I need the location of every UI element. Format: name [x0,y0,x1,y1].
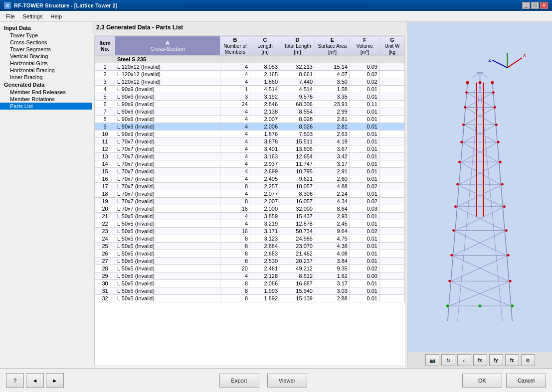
table-row[interactable]: 17 L 70x7 (Invalid) 8 2.257 18.057 4.88 … [95,183,405,190]
table-row[interactable]: 22 L 50x5 (Invalid) 4 3.219 12.878 2.45 … [95,220,405,228]
table-row[interactable]: 10 L 90x9 (Invalid) 4 1.876 7.503 2.63 0… [95,131,405,138]
fy-button[interactable]: fy [489,354,503,366]
table-row[interactable]: 26 L 50x5 (Invalid) 8 2.683 21.462 4.08 … [95,250,405,258]
table-row[interactable]: 30 L 50x5 (Invalid) 8 2.086 16.687 3.17 … [95,280,405,287]
cell-length: 2.530 [250,258,280,265]
table-row[interactable]: 23 L 50x5 (Invalid) 16 3.171 50.734 9.64… [95,228,405,235]
table-row[interactable]: 21 L 50x5 (Invalid) 4 3.859 15.437 2.93 … [95,213,405,220]
sidebar-item-vertical-bracing[interactable]: Vertical Bracing [0,53,92,60]
cell-cross-section: L 90x9 (Invalid) [115,123,220,131]
sidebar-item-inner-bracing[interactable]: Inner Bracing [0,74,92,81]
cell-length: 2.086 [250,280,280,287]
table-row[interactable]: 18 L 70x7 (Invalid) 4 2.077 8.306 2.24 0… [95,190,405,198]
table-row[interactable]: 5 L 90x9 (Invalid) 3 3.192 9.576 3.35 0.… [95,93,405,101]
table-row[interactable]: 12 L 70x7 (Invalid) 4 3.401 13.606 3.67 … [95,145,405,153]
cell-cross-section: L 90x9 (Invalid) [115,131,220,138]
table-row[interactable]: 19 L 70x7 (Invalid) 8 2.007 16.057 4.34 … [95,198,405,205]
cell-surface-area: 3.35 [315,93,350,101]
viewer-button[interactable]: Viewer [267,374,307,388]
col-header-item: ItemNo. [95,36,115,56]
cell-total-length: 50.734 [280,228,315,235]
cell-cross-section: L 50x5 (Invalid) [115,213,220,220]
cell-total-length: 16.057 [280,198,315,205]
export-button[interactable]: Export [219,374,259,388]
zoom-button[interactable]: ⌕ [457,354,471,366]
table-row[interactable]: 9 L 90x9 (Invalid) 4 2.006 8.026 2.81 0.… [95,123,405,131]
prev-button[interactable]: ◄ [26,373,44,388]
table-row[interactable]: 24 L 50x5 (Invalid) 8 3.123 24.985 4.75 … [95,235,405,243]
app-title: RF-TOWER Structure - [Lattice Tower 2] [14,2,117,8]
col-header-e: ESurface Area[m²] [315,36,350,56]
table-row[interactable]: 27 L 50x5 (Invalid) 8 2.530 20.237 3.84 … [95,258,405,265]
cell-members: 4 [220,116,250,123]
menu-settings[interactable]: Settings [19,12,47,20]
view-settings-button[interactable]: ⚙ [521,354,535,366]
close-button[interactable]: ✕ [540,2,548,9]
table-row[interactable]: 2 L 120x12 (Invalid) 4 2.165 8.661 4.07 … [95,71,405,78]
cell-total-length: 15.139 [280,295,315,302]
table-row[interactable]: 4 L 90x9 (Invalid) 1 4.514 4.514 1.58 0.… [95,86,405,93]
cell-surface-area: 1.58 [315,86,350,93]
cell-volume: 0.01 [350,116,380,123]
menu-file[interactable]: File [2,12,19,20]
cell-unit-weight [380,168,405,175]
table-row[interactable]: 1 L 120x12 (Invalid) 4 8.053 32.213 15.1… [95,63,405,71]
table-row[interactable]: 13 L 70x7 (Invalid) 4 3.163 12.654 3.42 … [95,153,405,160]
svg-point-58 [454,205,457,208]
camera-button[interactable]: 📷 [425,354,439,366]
cell-unit-weight [380,258,405,265]
table-row[interactable]: 32 L 50x5 (Invalid) 8 1.892 15.139 2.88 … [95,295,405,302]
table-row[interactable]: 6 L 90x9 (Invalid) 24 2.846 68.306 23.91… [95,101,405,108]
cell-total-length: 11.747 [280,160,315,168]
table-row[interactable]: 28 L 50x5 (Invalid) 20 2.461 49.212 9.35… [95,265,405,272]
help-button[interactable]: ? [6,373,24,388]
menu-help[interactable]: Help [46,12,66,20]
minimize-button[interactable]: _ [522,2,530,9]
fz-button[interactable]: fz [505,354,519,366]
table-row[interactable]: 15 L 70x7 (Invalid) 4 2.699 10.795 2.91 … [95,168,405,175]
fx-button[interactable]: fx [473,354,487,366]
svg-point-55 [499,161,502,163]
table-row[interactable]: 31 L 50x5 (Invalid) 8 1.993 15.940 3.03 … [95,287,405,295]
sidebar-item-parts-list[interactable]: Parts List [0,103,92,110]
table-row[interactable]: 8 L 90x9 (Invalid) 4 2.007 8.028 2.81 0.… [95,116,405,123]
svg-rect-0 [408,43,552,331]
sidebar-item-member-end-releases[interactable]: Member End Releases [0,89,92,96]
table-row[interactable]: 20 L 70x7 (Invalid) 16 2.000 32.000 8.64… [95,205,405,213]
table-row[interactable]: 3 L 120x12 (Invalid) 4 1.860 7.440 3.50 … [95,78,405,86]
sidebar-item-tower-segments[interactable]: Tower Segments [0,46,92,53]
table-container[interactable]: ItemNo. ACross-Section BNumber ofMembers… [94,35,405,366]
sidebar-item-member-rotations[interactable]: Member Rotations [0,96,92,103]
cell-surface-area: 3.84 [315,258,350,265]
cell-item-no: 18 [95,190,115,198]
cell-surface-area: 3.42 [315,153,350,160]
table-row[interactable]: 25 L 50x5 (Invalid) 8 2.884 23.070 4.38 … [95,243,405,250]
table-row[interactable]: 14 L 70x7 (Invalid) 4 2.937 11.747 3.17 … [95,160,405,168]
tower-view-canvas[interactable]: x z [408,22,552,352]
sidebar-item-horizontal-bracing[interactable]: Horizontal Bracing [0,67,92,74]
cell-volume: 0.01 [350,190,380,198]
rotate-button[interactable]: ↻ [441,354,455,366]
cell-volume: 0.03 [350,205,380,213]
cell-surface-area: 4.19 [315,138,350,145]
cell-surface-area: 2.93 [315,213,350,220]
cell-item-no: 7 [95,108,115,116]
sidebar-item-tower-type[interactable]: Tower Type [0,32,92,39]
sidebar-item-cross-sections[interactable]: Cross-Sections [0,39,92,46]
cell-unit-weight [380,287,405,295]
table-row[interactable]: 7 L 90x9 (Invalid) 4 2.138 8.554 2.99 0.… [95,108,405,116]
next-button[interactable]: ► [46,373,64,388]
table-row[interactable]: 29 L 50x5 (Invalid) 4 2.128 8.512 1.62 0… [95,272,405,280]
cell-total-length: 15.437 [280,213,315,220]
sidebar-item-horizontal-girts[interactable]: Horizontal Girts [0,60,92,67]
table-row[interactable]: 16 L 70x7 (Invalid) 4 2.405 9.621 2.60 0… [95,175,405,183]
cancel-button[interactable]: Cancel [506,374,546,388]
maximize-button[interactable]: □ [531,2,539,9]
cell-volume: 0.01 [350,138,380,145]
ok-button[interactable]: OK [462,374,502,388]
col-header-a: ACross-Section [115,36,220,56]
cell-item-no: 24 [95,235,115,243]
cell-members: 4 [220,190,250,198]
cell-unit-weight [380,243,405,250]
table-row[interactable]: 11 L 70x7 (Invalid) 4 3.878 15.511 4.19 … [95,138,405,145]
